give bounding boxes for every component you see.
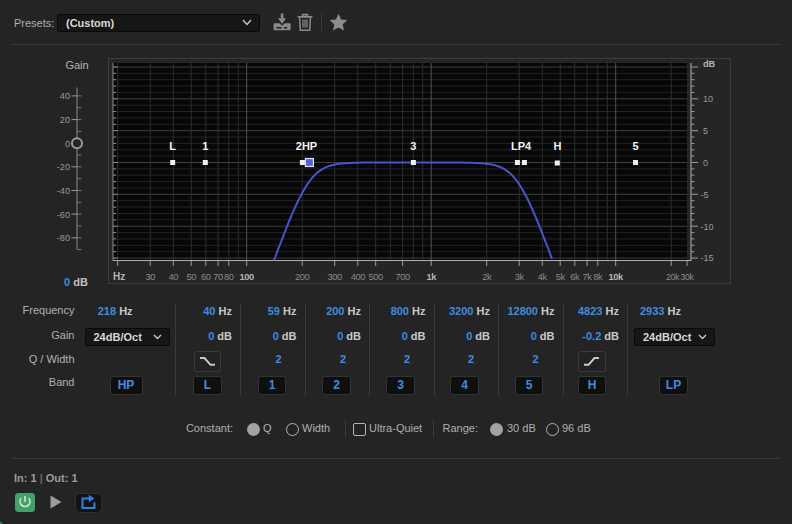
- svg-text:10k: 10k: [609, 272, 625, 282]
- svg-text:Hz: Hz: [113, 271, 125, 282]
- svg-text:-10: -10: [701, 222, 714, 232]
- svg-text:60: 60: [201, 272, 211, 282]
- svg-text:-60: -60: [57, 210, 70, 220]
- svg-text:dB: dB: [703, 59, 716, 69]
- svg-text:20: 20: [60, 115, 70, 125]
- svg-text:-20: -20: [57, 162, 70, 172]
- svg-text:0: 0: [703, 158, 708, 168]
- svg-text:50: 50: [186, 272, 196, 282]
- svg-text:300: 300: [328, 272, 343, 282]
- svg-text:1k: 1k: [426, 272, 437, 282]
- svg-text:2k: 2k: [482, 272, 492, 282]
- svg-text:700: 700: [395, 272, 410, 282]
- svg-text:-80: -80: [57, 233, 70, 243]
- svg-text:5: 5: [703, 126, 708, 136]
- svg-text:0: 0: [65, 139, 70, 149]
- svg-text:200: 200: [295, 272, 310, 282]
- svg-text:1: 1: [202, 140, 208, 152]
- svg-text:40: 40: [60, 91, 70, 101]
- svg-text:-5: -5: [701, 190, 709, 200]
- svg-text:H: H: [554, 140, 562, 152]
- svg-text:5k: 5k: [556, 272, 566, 282]
- svg-text:10: 10: [703, 94, 713, 104]
- svg-text:80: 80: [224, 272, 234, 282]
- svg-text:8k: 8k: [593, 272, 603, 282]
- svg-text:100: 100: [240, 272, 255, 282]
- svg-text:L: L: [169, 140, 176, 152]
- svg-text:30: 30: [145, 272, 155, 282]
- svg-text:6k: 6k: [570, 272, 580, 282]
- svg-text:5: 5: [632, 140, 638, 152]
- svg-text:-15: -15: [701, 253, 714, 263]
- svg-text:0 dB: 0 dB: [64, 276, 88, 288]
- svg-text:LP4: LP4: [511, 140, 532, 152]
- svg-text:2HP: 2HP: [296, 140, 317, 152]
- svg-text:20k: 20k: [666, 272, 680, 282]
- svg-text:40: 40: [169, 272, 179, 282]
- svg-text:7k: 7k: [583, 272, 593, 282]
- svg-text:400: 400: [351, 272, 366, 282]
- svg-text:4k: 4k: [538, 272, 548, 282]
- svg-text:70: 70: [213, 272, 223, 282]
- svg-text:-40: -40: [57, 186, 70, 196]
- svg-text:Gain: Gain: [65, 59, 88, 71]
- svg-text:30k: 30k: [681, 272, 695, 282]
- svg-text:3k: 3k: [515, 272, 525, 282]
- svg-text:3: 3: [410, 140, 416, 152]
- svg-text:500: 500: [369, 272, 384, 282]
